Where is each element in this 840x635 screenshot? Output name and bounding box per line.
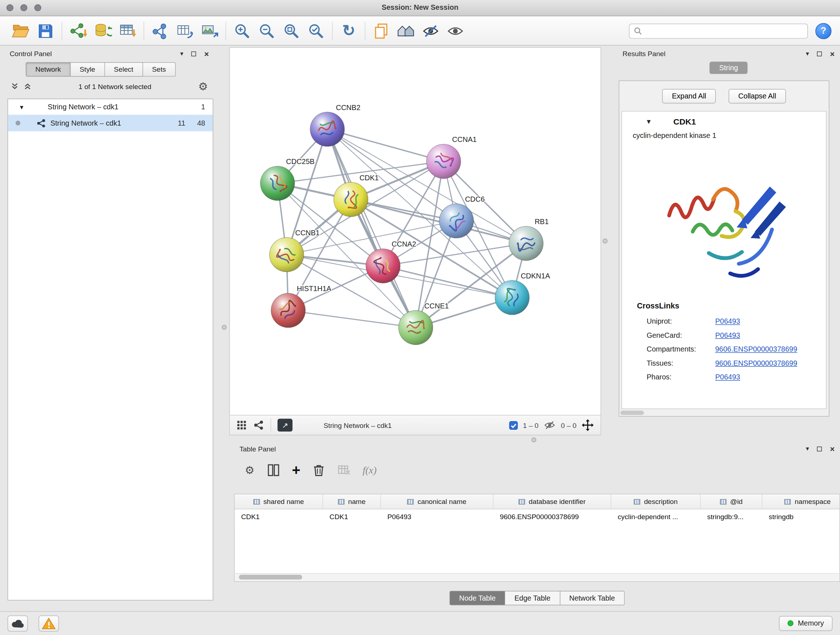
network-node-CCNA1[interactable]: [426, 144, 461, 179]
network-node-CDKN1A[interactable]: [495, 280, 529, 315]
tab-select[interactable]: Select: [105, 62, 143, 77]
import-network-database-button[interactable]: [90, 19, 115, 43]
column-header-canonical-name[interactable]: canonical name: [381, 494, 493, 509]
new-network-button[interactable]: [148, 19, 172, 43]
network-from-table-button[interactable]: [172, 19, 197, 43]
column-header-shared-name[interactable]: shared name: [235, 494, 323, 509]
network-node-CCNE1[interactable]: [399, 310, 433, 345]
panel-close-icon[interactable]: ×: [830, 50, 835, 57]
network-edge[interactable]: [288, 310, 416, 327]
network-node-CCNB2[interactable]: [310, 112, 344, 147]
network-node-CDC6[interactable]: [439, 204, 474, 238]
open-external-button[interactable]: ↗: [278, 419, 292, 432]
tab-edge-table[interactable]: Edge Table: [505, 591, 561, 605]
selected-checkbox-icon[interactable]: [509, 421, 518, 430]
import-table-file-button[interactable]: [115, 19, 140, 43]
add-column-icon[interactable]: +: [292, 463, 300, 478]
panel-float-icon[interactable]: [817, 51, 822, 56]
collapse-all-icon[interactable]: [11, 82, 19, 91]
table-horizontal-scrollbar[interactable]: [235, 573, 839, 581]
expand-all-icon[interactable]: [24, 82, 32, 91]
tab-network-table[interactable]: Network Table: [560, 591, 624, 605]
network-edge[interactable]: [327, 129, 416, 328]
magnifier-minus-icon: [258, 22, 275, 39]
control-panel-tabs: Network Style Select Sets: [26, 62, 214, 77]
network-node-CCNB1[interactable]: [270, 238, 304, 272]
cell-shared-name: CDK1: [235, 509, 323, 524]
table-settings-gear-icon[interactable]: ⚙: [245, 465, 255, 476]
zoom-in-button[interactable]: [230, 19, 254, 43]
splitter-handle[interactable]: [222, 325, 226, 329]
search-box[interactable]: [629, 23, 808, 38]
share-network-icon[interactable]: [253, 420, 264, 431]
tab-network[interactable]: Network: [26, 62, 71, 77]
panel-menu-icon[interactable]: ▾: [806, 50, 809, 57]
network-canvas[interactable]: CCNB2CCNA1CDC25BCDK1CDC6RB1CCNB1CCNA2CDK…: [230, 48, 600, 415]
open-session-button[interactable]: [9, 19, 33, 43]
panel-close-icon[interactable]: ×: [204, 50, 209, 57]
scrollbar-thumb[interactable]: [239, 575, 302, 580]
pan-crosshair-icon[interactable]: [581, 419, 594, 432]
network-options-gear-icon[interactable]: ⚙: [198, 81, 208, 92]
expand-all-button[interactable]: Expand All: [662, 89, 716, 103]
panel-float-icon[interactable]: [817, 447, 822, 451]
crosslink-compartments-link[interactable]: 9606.ENSP00000378699: [715, 345, 797, 353]
splitter-handle[interactable]: [603, 239, 607, 243]
show-all-button[interactable]: [443, 19, 468, 43]
zoom-selected-button[interactable]: [304, 19, 328, 43]
table-row[interactable]: CDK1 CDK1 P06493 9606.ENSP00000378699 cy…: [235, 509, 840, 524]
crosslink-tissues-link[interactable]: 9606.ENSP00000378699: [715, 359, 797, 367]
hidden-eye-icon[interactable]: [543, 420, 556, 431]
column-header-database-identifier[interactable]: database identifier: [493, 494, 611, 509]
network-row-selected[interactable]: String Network – cdk1 11 48: [8, 115, 213, 131]
session-home-button[interactable]: [393, 19, 418, 43]
network-node-CDK1[interactable]: [334, 182, 368, 217]
refresh-view-button[interactable]: ↻: [336, 19, 361, 43]
network-node-CDC25B[interactable]: [261, 166, 295, 201]
zoom-out-button[interactable]: [254, 19, 279, 43]
results-panel-title: Results Panel: [622, 50, 666, 57]
string-results-tab[interactable]: String: [709, 62, 748, 74]
save-session-button[interactable]: [33, 19, 58, 43]
crosslink-uniprot-link[interactable]: P06493: [715, 317, 740, 325]
import-network-file-button[interactable]: [66, 19, 90, 43]
warnings-button[interactable]: [39, 615, 59, 631]
panel-menu-icon[interactable]: ▾: [806, 446, 809, 452]
column-header-name[interactable]: name: [323, 494, 381, 509]
search-input[interactable]: [645, 27, 803, 35]
grid-view-icon[interactable]: [236, 420, 247, 431]
export-image-button[interactable]: [197, 19, 222, 43]
help-button[interactable]: ?: [815, 23, 831, 39]
panel-close-icon[interactable]: ×: [830, 445, 835, 453]
delete-column-trash-icon[interactable]: [312, 463, 325, 477]
folder-open-icon: [11, 23, 30, 39]
tree-expand-icon[interactable]: ▼: [19, 104, 27, 111]
node-label-CCNA2: CCNA2: [392, 240, 416, 248]
copy-document-button[interactable]: [369, 19, 393, 43]
zoom-fit-button[interactable]: [279, 19, 304, 43]
memory-button[interactable]: Memory: [779, 616, 833, 631]
network-node-CCNA2[interactable]: [366, 249, 400, 283]
column-header-id[interactable]: @id: [701, 494, 762, 509]
database-import-icon: [94, 22, 112, 39]
section-collapse-icon[interactable]: ▼: [645, 118, 652, 126]
cloud-status-button[interactable]: [8, 615, 28, 631]
tab-node-table[interactable]: Node Table: [450, 591, 505, 605]
panel-menu-icon[interactable]: ▾: [180, 50, 183, 57]
panel-float-icon[interactable]: [191, 51, 196, 56]
hide-selected-button[interactable]: [418, 19, 443, 43]
network-view-panel: CCNB2CCNA1CDC25BCDK1CDC6RB1CCNB1CCNA2CDK…: [229, 47, 601, 435]
network-node-RB1[interactable]: [509, 226, 543, 261]
splitter-handle[interactable]: [531, 437, 536, 442]
column-header-namespace[interactable]: namespace: [762, 494, 840, 509]
column-header-description[interactable]: description: [611, 494, 701, 509]
collapse-all-button[interactable]: Collapse All: [729, 89, 786, 103]
show-columns-icon[interactable]: [266, 463, 280, 477]
tab-style[interactable]: Style: [71, 62, 105, 77]
network-node-HIST1H1A[interactable]: [271, 293, 305, 328]
network-collection-row[interactable]: ▼ String Network – cdk1 1: [8, 99, 213, 115]
results-scrollbar[interactable]: [621, 410, 644, 415]
tab-sets[interactable]: Sets: [143, 62, 175, 77]
crosslink-pharos-link[interactable]: P06493: [715, 373, 740, 381]
crosslink-genecard-link[interactable]: P06493: [715, 331, 740, 339]
